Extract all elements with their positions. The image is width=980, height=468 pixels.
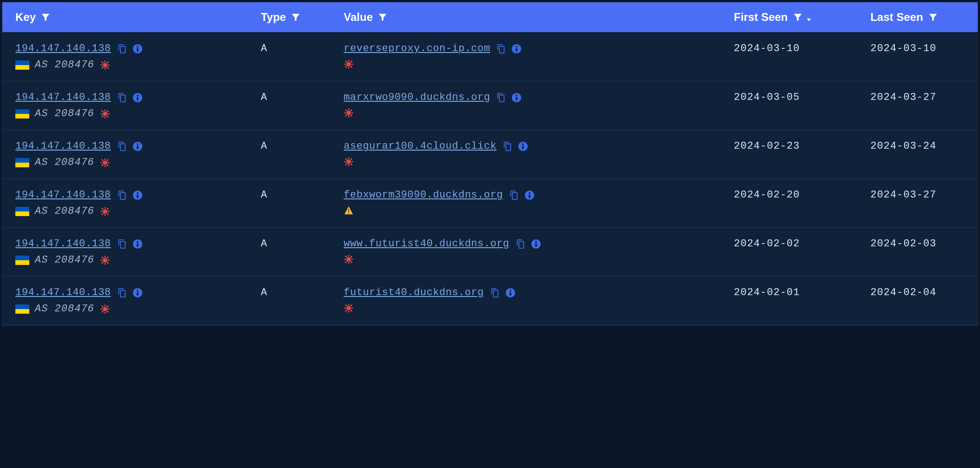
ip-link[interactable]: 194.147.140.138: [15, 92, 111, 103]
svg-point-34: [344, 64, 346, 65]
header-first-seen[interactable]: First Seen: [734, 11, 870, 24]
host-link[interactable]: asegurar100.4cloud.click: [344, 140, 497, 152]
svg-point-43: [103, 112, 107, 116]
svg-point-32: [348, 59, 350, 61]
svg-point-3: [103, 63, 107, 67]
cell-key: 194.147.140.138AS 208476: [2, 287, 261, 315]
ip-link[interactable]: 194.147.140.138: [15, 43, 111, 54]
copy-icon[interactable]: [117, 141, 127, 152]
copy-icon[interactable]: [496, 92, 506, 103]
flag-ua-icon: [15, 207, 29, 216]
info-icon[interactable]: [132, 239, 143, 249]
as-label: AS 208476: [35, 254, 94, 266]
filter-icon[interactable]: [377, 12, 388, 22]
filter-icon[interactable]: [928, 12, 938, 22]
svg-point-186: [137, 290, 139, 291]
dns-records-table: Key Type Value First Seen: [2, 2, 978, 326]
svg-point-78: [345, 115, 347, 117]
info-icon[interactable]: [524, 190, 535, 200]
svg-point-223: [345, 310, 347, 312]
record-type: A: [261, 238, 267, 250]
svg-point-52: [104, 109, 106, 111]
filter-icon[interactable]: [40, 12, 51, 22]
svg-point-37: [351, 66, 352, 68]
first-seen-date: 2024-02-20: [734, 189, 800, 201]
svg-point-180: [352, 259, 353, 260]
copy-icon[interactable]: [117, 44, 127, 54]
as-label: AS 208476: [35, 59, 94, 71]
info-icon[interactable]: [505, 288, 516, 298]
filter-icon[interactable]: [291, 12, 301, 22]
copy-icon[interactable]: [490, 288, 500, 298]
svg-point-224: [351, 304, 352, 306]
svg-rect-187: [137, 292, 139, 295]
last-seen-date: 2024-03-24: [870, 140, 936, 152]
svg-point-97: [107, 165, 109, 166]
info-icon[interactable]: [132, 190, 143, 200]
svg-rect-82: [137, 145, 139, 149]
svg-point-199: [100, 308, 102, 310]
svg-point-103: [347, 159, 351, 164]
cell-first-seen: 2024-02-20: [734, 189, 870, 217]
host-link[interactable]: febxworm39090.duckdns.org: [344, 189, 503, 201]
ip-link[interactable]: 194.147.140.138: [15, 238, 111, 250]
svg-point-178: [348, 263, 350, 264]
table-row: 194.147.140.138AS 208476Afuturist40.duck…: [2, 277, 978, 325]
info-icon[interactable]: [511, 44, 522, 54]
svg-point-61: [516, 94, 518, 96]
header-type-label: Type: [261, 11, 286, 24]
table-row: 194.147.140.138AS 208476Amarxrwo9090.duc…: [2, 81, 978, 130]
svg-rect-42: [137, 97, 139, 100]
table-row: 194.147.140.138AS 208476Areverseproxy.co…: [2, 33, 978, 81]
cell-value: futurist40.duckdns.org: [344, 287, 734, 315]
svg-point-58: [101, 116, 103, 118]
info-icon[interactable]: [132, 288, 143, 298]
svg-point-182: [351, 262, 352, 263]
svg-rect-142: [529, 194, 530, 198]
info-icon[interactable]: [132, 92, 143, 103]
info-icon[interactable]: [531, 239, 541, 249]
header-last-seen[interactable]: Last Seen: [870, 11, 978, 24]
sort-desc-icon[interactable]: [806, 16, 812, 23]
last-seen-date: 2024-02-04: [870, 287, 936, 298]
svg-rect-22: [516, 48, 518, 51]
svg-point-132: [104, 207, 106, 208]
host-link[interactable]: futurist40.duckdns.org: [344, 287, 483, 298]
info-icon[interactable]: [132, 44, 143, 54]
copy-icon[interactable]: [515, 239, 525, 249]
filter-icon[interactable]: [793, 12, 803, 22]
svg-point-63: [347, 111, 351, 115]
copy-icon[interactable]: [117, 190, 127, 200]
header-key[interactable]: Key: [2, 11, 261, 24]
flag-ua-icon: [15, 109, 29, 119]
svg-point-115: [352, 161, 353, 163]
virus-icon: [100, 304, 110, 314]
info-icon[interactable]: [132, 141, 143, 152]
copy-icon[interactable]: [496, 44, 506, 54]
copy-icon[interactable]: [117, 239, 127, 249]
host-link[interactable]: reverseproxy.con-ip.com: [344, 43, 490, 54]
header-type[interactable]: Type: [261, 11, 344, 24]
copy-icon[interactable]: [117, 288, 127, 298]
last-seen-date: 2024-03-27: [870, 189, 936, 201]
info-icon[interactable]: [511, 92, 522, 103]
header-last-seen-label: Last Seen: [870, 11, 923, 24]
first-seen-date: 2024-02-01: [734, 287, 800, 298]
copy-icon[interactable]: [502, 141, 512, 152]
ip-link[interactable]: 194.147.140.138: [15, 140, 111, 152]
ip-link[interactable]: 194.147.140.138: [15, 287, 111, 298]
info-icon[interactable]: [518, 141, 528, 152]
host-link[interactable]: marxrwo9090.duckdns.org: [344, 92, 490, 103]
svg-rect-144: [348, 213, 349, 214]
svg-rect-62: [516, 97, 518, 100]
header-value[interactable]: Value: [344, 11, 734, 24]
svg-point-118: [345, 164, 347, 165]
copy-icon[interactable]: [117, 92, 127, 103]
svg-point-197: [104, 304, 106, 306]
svg-point-18: [101, 67, 103, 69]
copy-icon[interactable]: [509, 190, 519, 200]
ip-link[interactable]: 194.147.140.138: [15, 189, 111, 201]
svg-point-72: [348, 108, 350, 110]
host-link[interactable]: www.futurist40.duckdns.org: [344, 238, 509, 250]
svg-rect-2: [137, 48, 139, 51]
